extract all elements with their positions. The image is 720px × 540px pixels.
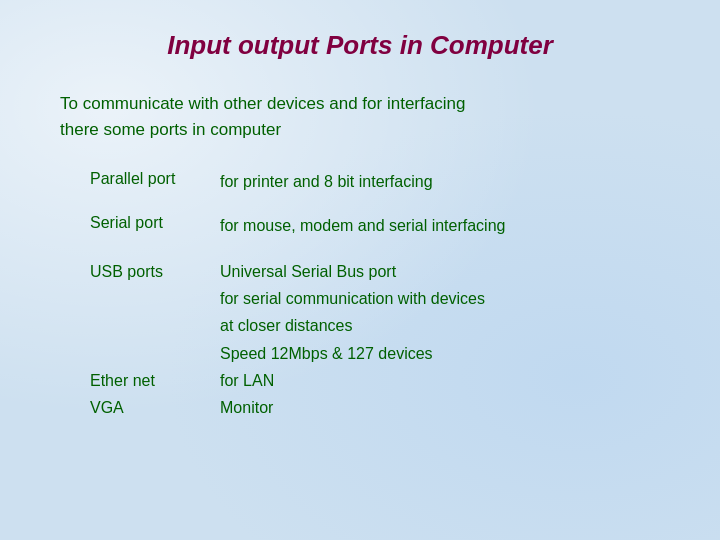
usb-port-name: USB ports	[90, 258, 220, 285]
intro-text: To communicate with other devices and fo…	[60, 91, 670, 142]
ports-table: Parallel port for printer and 8 bit inte…	[90, 170, 670, 421]
intro-line1: To communicate with other devices and fo…	[60, 91, 670, 117]
usb-ethernet-vga-row: USB ports Ether net VGA Universal Serial…	[90, 258, 670, 421]
usb-desc-line4: Speed 12Mbps & 127 devices	[220, 340, 670, 367]
ethernet-port-name: Ether net	[90, 367, 220, 394]
ethernet-desc: for LAN	[220, 367, 670, 394]
intro-line2: there some ports in computer	[60, 117, 670, 143]
usb-ethernet-vga-names: USB ports Ether net VGA	[90, 258, 220, 421]
serial-port-row: Serial port for mouse, modem and serial …	[90, 214, 670, 238]
usb-desc-line1: Universal Serial Bus port	[220, 258, 670, 285]
slide-title: Input output Ports in Computer	[50, 30, 670, 61]
usb-desc-line2: for serial communication with devices	[220, 285, 670, 312]
vga-desc: Monitor	[220, 394, 670, 421]
slide: Input output Ports in Computer To commun…	[0, 0, 720, 540]
serial-port-desc: for mouse, modem and serial interfacing	[220, 214, 670, 238]
vga-port-name: VGA	[90, 394, 220, 421]
parallel-port-desc: for printer and 8 bit interfacing	[220, 170, 670, 194]
serial-port-name: Serial port	[90, 214, 220, 232]
usb-desc-line3: at closer distances	[220, 312, 670, 339]
usb-ethernet-vga-descs: Universal Serial Bus port for serial com…	[220, 258, 670, 421]
parallel-port-row: Parallel port for printer and 8 bit inte…	[90, 170, 670, 194]
parallel-port-name: Parallel port	[90, 170, 220, 188]
